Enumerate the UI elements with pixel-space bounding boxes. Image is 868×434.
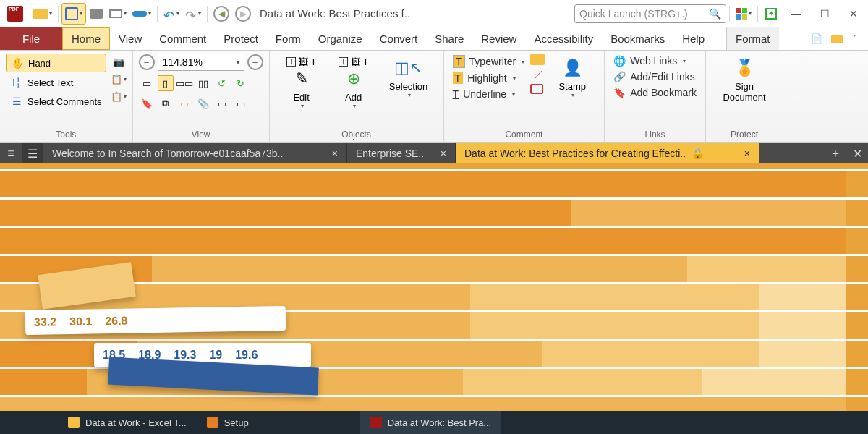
add-button[interactable]: 🅃🖼T ⊕ Add▾ <box>328 54 380 112</box>
page-icon[interactable]: ▭ <box>214 95 230 111</box>
typewriter-button[interactable]: T̲Typewriter▾ <box>450 54 528 69</box>
page-cont-icon[interactable]: ▯ <box>158 75 174 91</box>
sign-label: Sign Document <box>723 81 765 103</box>
underline-button[interactable]: TUnderline▾ <box>450 87 528 101</box>
underline-label: Underline <box>463 88 506 100</box>
cog-page-icon[interactable]: ▭ <box>233 95 249 111</box>
redo-button[interactable]: ▾ <box>182 3 204 25</box>
highlight-icon: T <box>453 72 464 84</box>
close-all-button[interactable]: ✕ <box>846 143 868 163</box>
menu-accessibility[interactable]: Accessibility <box>525 27 602 50</box>
nav-fwd-button[interactable]: ▶ <box>232 3 254 25</box>
menu-view[interactable]: View <box>110 27 150 50</box>
task-label: Data at Work: Best Pra... <box>388 417 492 428</box>
select-text-tool[interactable]: I╎Select Text <box>6 74 106 91</box>
torn-strip-top: 33.2 30.1 26.8 <box>25 306 286 335</box>
close-icon[interactable]: × <box>325 148 338 159</box>
stamp-button[interactable]: 👤 Stamp▾ <box>546 54 598 101</box>
ui-options-button[interactable]: ▾ <box>733 3 754 25</box>
rect-red-icon[interactable] <box>530 84 543 94</box>
zoom-out-button[interactable]: − <box>139 54 155 70</box>
menu-bookmarks[interactable]: Bookmarks <box>602 27 673 50</box>
underline-icon: T <box>453 88 459 100</box>
val: 26.8 <box>105 315 127 328</box>
sticky-note-icon[interactable] <box>530 54 545 65</box>
open-button[interactable]: ▾ <box>30 3 55 25</box>
sign-document-button[interactable]: 🏅 Sign Document <box>712 54 777 106</box>
globe-icon: 🌐 <box>613 55 626 67</box>
save-button[interactable]: ▾ <box>61 3 86 25</box>
new-tab-button[interactable]: ＋ <box>825 143 846 163</box>
pencil-red-icon[interactable]: ／ <box>530 67 546 82</box>
zoom-input[interactable]: 114.81%▾ <box>158 54 244 71</box>
comment-group-label: Comment <box>450 128 599 142</box>
bookmark-ribbon-icon[interactable]: 🔖 <box>139 95 155 111</box>
menu-format[interactable]: Format <box>726 27 779 50</box>
rotate-cw-icon[interactable]: ↻ <box>233 75 249 91</box>
fullscreen-button[interactable]: ✦ <box>761 3 781 25</box>
document-view[interactable]: 33.2 30.1 26.8 18.5 18.9 19.3 19 19.6 <box>0 163 868 411</box>
menu-convert[interactable]: Convert <box>371 27 427 50</box>
menu-protect[interactable]: Protect <box>215 27 267 50</box>
clipboard2-icon[interactable]: 📋▾ <box>111 88 127 104</box>
nav-back-button[interactable]: ◀ <box>210 3 232 25</box>
page-two-cont-icon[interactable]: ▯▯ <box>195 75 211 91</box>
collapse-ribbon-button[interactable]: ˄ <box>847 33 864 44</box>
addedit-links-button[interactable]: 🔗Add/Edit Links <box>610 69 698 84</box>
page-two-icon[interactable]: ▭▭ <box>176 75 192 91</box>
group-protect: 🏅 Sign Document Protect <box>706 51 783 142</box>
print-button[interactable] <box>86 3 106 25</box>
minimize-button[interactable]: ― <box>781 3 810 25</box>
menu-organize[interactable]: Organize <box>310 27 371 50</box>
scan-button[interactable]: ▾ <box>129 3 154 25</box>
rotate-ccw-icon[interactable]: ↺ <box>214 75 230 91</box>
zoom-value: 114.81% <box>163 56 203 68</box>
quick-launch-input[interactable]: Quick Launch (STRG+.) 🔍 <box>574 4 726 23</box>
menu-form[interactable]: Form <box>267 27 310 50</box>
doc-tab-2[interactable]: Enterprise SE..× <box>347 143 456 163</box>
hand-tool[interactable]: ✋Hand <box>6 54 106 72</box>
selection-icon: ◫↖ <box>397 56 420 80</box>
file-menu[interactable]: File <box>0 27 62 50</box>
close-button[interactable]: ✕ <box>839 3 868 25</box>
group-view: − 114.81%▾ + ▭ ▯ ▭▭ ▯▯ ↺ ↻ 🔖 ⧉ ▭ 📎 ▭ ▭ V… <box>133 51 270 142</box>
select-comments-tool[interactable]: ☰Select Comments <box>6 93 106 110</box>
task-pdf[interactable]: Data at Work: Best Pra... <box>360 411 502 434</box>
add-t2-icon: T <box>363 56 369 67</box>
edit-button[interactable]: 🅃🖼T ✎ Edit▾ <box>276 54 328 112</box>
clipboard-icon[interactable]: 📋▾ <box>111 71 127 87</box>
val: 19 <box>209 349 222 362</box>
selection-button[interactable]: ◫↖ Selection▾ <box>380 54 438 101</box>
menu-help[interactable]: Help <box>673 27 713 50</box>
note-icon[interactable]: ▭ <box>176 95 192 111</box>
page-single-icon[interactable]: ▭ <box>139 75 155 91</box>
addedit-links-label: Add/Edit Links <box>630 71 695 82</box>
edit-img-icon: 🖼 <box>299 56 308 67</box>
close-icon[interactable]: × <box>737 148 750 159</box>
task-excel[interactable]: Data at Work - Excel T... <box>58 411 197 434</box>
search-placeholder: Quick Launch (STRG+.) <box>579 8 688 20</box>
undo-button[interactable]: ▾ <box>161 3 182 25</box>
copy-icon[interactable]: ⧉ <box>158 95 174 111</box>
menu-home[interactable]: Home <box>62 27 110 50</box>
mail-button[interactable]: ▾ <box>106 3 129 25</box>
web-links-button[interactable]: 🌐Web Links▾ <box>610 54 689 68</box>
folder-icon[interactable] <box>828 30 846 48</box>
snapshot-icon[interactable]: 📷 <box>111 54 127 69</box>
find-icon[interactable]: 📄 <box>808 30 825 48</box>
tab-list-button[interactable]: ☰ <box>22 143 43 163</box>
doc-tab-3[interactable]: Data at Work: Best Practices for Creatin… <box>456 143 760 163</box>
menu-share[interactable]: Share <box>426 27 472 50</box>
panel-toggle-button[interactable]: ≡ <box>0 143 22 163</box>
menu-review[interactable]: Review <box>472 27 525 50</box>
close-icon[interactable]: × <box>433 148 446 159</box>
task-setup[interactable]: Setup <box>197 411 259 434</box>
doc-tab-1[interactable]: Welcome to In Search of Tomorrow-e01caaf… <box>43 143 347 163</box>
zoom-in-button[interactable]: + <box>247 54 263 70</box>
attach-icon[interactable]: 📎 <box>195 95 211 111</box>
maximize-button[interactable]: ☐ <box>810 3 839 25</box>
objects-group-label: Objects <box>276 128 438 142</box>
highlight-button[interactable]: THighlight▾ <box>450 71 528 85</box>
menu-comment[interactable]: Comment <box>150 27 215 50</box>
add-bookmark-button[interactable]: 🔖Add Bookmark <box>610 85 699 100</box>
